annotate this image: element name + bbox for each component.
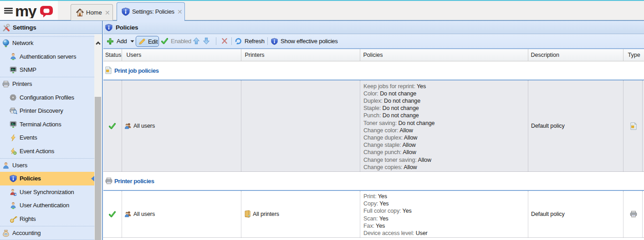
svg-text:my: my xyxy=(15,5,37,18)
